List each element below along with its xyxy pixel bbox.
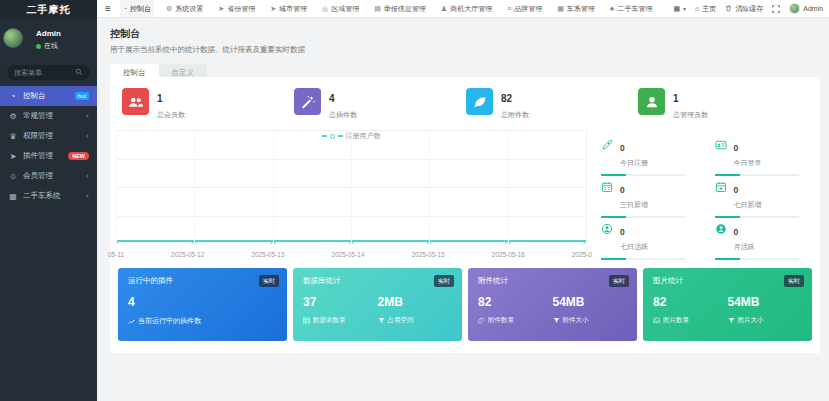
legend-marker-icon xyxy=(330,134,335,139)
stat-value: 1 xyxy=(673,91,679,104)
x-axis-tick: 05-11 xyxy=(108,251,124,258)
sidebar-user-panel: Admin 在线 xyxy=(0,19,97,61)
th-large-icon: ▦ xyxy=(557,5,564,13)
realtime-badge: 实时 xyxy=(259,275,279,287)
dashboard-panel: 1总会员数 4总插件数 82总附件数 xyxy=(110,77,820,353)
stat-label: 总会员数 xyxy=(157,110,185,120)
mini-stat-monthly-active: 0月活跃 xyxy=(701,216,815,258)
gears-icon: ⚙ xyxy=(166,5,172,13)
magic-wand-icon xyxy=(294,88,321,115)
table-icon xyxy=(303,317,310,324)
user-status: 在线 xyxy=(36,41,91,51)
x-axis-tick: 2025-05-16 xyxy=(492,251,525,258)
new-badge: NEW xyxy=(68,152,89,160)
card-running-plugins[interactable]: 运行中的插件 实时 4 当前运行中的插件数 xyxy=(118,268,287,341)
hot-badge: hot xyxy=(75,92,89,100)
user-circle-filled-icon xyxy=(715,221,727,235)
location-arrow-icon: ➤ xyxy=(218,5,224,13)
sidebar-item-plugins[interactable]: ➤ 插件管理 NEW xyxy=(0,146,97,166)
summary-cards-row: 运行中的插件 实时 4 当前运行中的插件数 数据库统计 实时 37 数据表数量 … xyxy=(110,258,820,341)
group-icon: ♛ xyxy=(8,132,18,141)
paperclip-icon xyxy=(478,317,485,324)
page-title: 控制台 xyxy=(110,27,815,41)
calendar-icon xyxy=(601,179,613,193)
page-subtitle: 用于展示当前系统中的统计数据、统计报表及重要实时数据 xyxy=(110,45,815,55)
card-image-stats[interactable]: 图片统计 实时 82 图片数量 54MB 图片大小 xyxy=(643,268,812,341)
nav-business-hall[interactable]: ♟商机大厅管理 xyxy=(438,0,495,17)
apps-menu-button[interactable]: ▦▾ xyxy=(673,5,686,13)
app-logo[interactable]: 二手摩托 xyxy=(0,0,97,19)
user-menu[interactable]: Admin xyxy=(789,3,823,14)
stat-row: 1总会员数 4总插件数 82总附件数 xyxy=(110,77,820,124)
mini-stat-today-login: 0今日登录 xyxy=(701,132,815,174)
search-icon xyxy=(75,68,83,77)
nav-car-series[interactable]: ▦车系管理 xyxy=(554,0,598,17)
nav-region[interactable]: ◎区域管理 xyxy=(319,0,362,17)
id-card-icon xyxy=(715,137,727,151)
realtime-badge: 实时 xyxy=(784,275,804,287)
dashboard-icon: ◔ xyxy=(8,92,18,101)
chart-x-axis: 05-112025-05-122025-05-132025-05-142025-… xyxy=(108,251,592,258)
sidebar-search-input[interactable]: 搜索菜单 xyxy=(7,65,90,80)
gear-icon: ⚙ xyxy=(8,112,18,121)
avatar xyxy=(789,3,800,14)
trash-icon xyxy=(725,5,732,12)
card-attachment-stats[interactable]: 附件统计 实时 82 附件数量 54MB 附件大小 xyxy=(468,268,637,341)
calendar-plus-icon xyxy=(715,179,727,193)
dashboard-icon: ◔ xyxy=(123,5,127,12)
user-icon xyxy=(638,88,665,115)
stat-value: 4 xyxy=(329,91,335,104)
sidebar-item-usedcar-system[interactable]: ▦ 二手车系统 ‹ xyxy=(0,186,97,206)
sidebar-item-general[interactable]: ⚙ 常规管理 ‹ xyxy=(0,106,97,126)
sidebar-item-permissions[interactable]: ♛ 权限管理 ‹ xyxy=(0,126,97,146)
user-icon: ☺ xyxy=(8,172,18,181)
home-icon: ⌂ xyxy=(695,5,699,12)
leaf-icon xyxy=(466,88,493,115)
user-avatar[interactable] xyxy=(3,28,23,48)
nav-usedcar[interactable]: ♣二手车管理 xyxy=(607,0,656,17)
fullscreen-button[interactable] xyxy=(772,5,780,13)
menu-toggle-icon[interactable]: ≡ xyxy=(105,3,111,14)
chart-plot-area xyxy=(116,130,586,244)
stat-total-members: 1总会员数 xyxy=(122,88,294,120)
sidebar-item-dashboard[interactable]: ◔ 控制台 hot xyxy=(0,86,97,106)
nav-report-info[interactable]: ▤举报信息管理 xyxy=(371,0,429,17)
nav-system-settings[interactable]: ⚙系统设置 xyxy=(163,0,206,17)
home-button[interactable]: ⌂主页 xyxy=(695,4,716,14)
mini-stat-3day-new: 0三日新增 xyxy=(587,174,701,216)
nav-brand[interactable]: ≡品牌管理 xyxy=(504,0,545,17)
list-icon: ≡ xyxy=(507,5,511,12)
filter-icon xyxy=(378,317,385,324)
stat-value: 82 xyxy=(501,91,512,104)
nav-city[interactable]: ➤城市管理 xyxy=(267,0,310,17)
stat-total-admins: 1总管理员数 xyxy=(638,88,810,120)
card-database-stats[interactable]: 数据库统计 实时 37 数据表数量 2MB 占用空间 xyxy=(293,268,462,341)
chart-legend[interactable]: 注册用户数 xyxy=(116,131,586,141)
fullscreen-icon xyxy=(772,5,780,13)
user-name: Admin xyxy=(36,26,91,38)
online-dot-icon xyxy=(36,44,41,49)
th-icon: ▦ xyxy=(8,192,18,201)
main-content: 控制台 用于展示当前系统中的统计数据、统计报表及重要实时数据 控制台 自定义 1… xyxy=(97,18,829,401)
mini-stats-grid: 0今日注册 0今日登录 0三日新增 xyxy=(586,130,820,258)
x-axis-tick: 2025-05-15 xyxy=(411,251,444,258)
registered-users-chart[interactable]: 注册用户数 05-112025-05-122025-05-132025-05-1… xyxy=(116,130,586,258)
sidebar: 二手摩托 Admin 在线 搜索菜单 ◔ 控制台 hot ⚙ 常规管理 xyxy=(0,0,97,401)
clear-cache-button[interactable]: 清除缓存 xyxy=(725,4,763,14)
card-value: 4 xyxy=(128,295,277,309)
chevron-left-icon: ‹ xyxy=(86,172,89,181)
sitemap-icon: ♣ xyxy=(610,5,615,12)
users-icon xyxy=(122,88,149,115)
caret-down-icon: ▾ xyxy=(683,5,686,12)
realtime-badge: 实时 xyxy=(609,275,629,287)
user-circle-icon xyxy=(601,221,613,235)
location-arrow-icon: ➤ xyxy=(270,5,276,13)
nav-dashboard[interactable]: ◔控制台 xyxy=(120,0,154,17)
x-axis-tick: 2025-05-14 xyxy=(331,251,364,258)
sidebar-item-members[interactable]: ☺ 会员管理 ‹ xyxy=(0,166,97,186)
app-screen: 二手摩托 Admin 在线 搜索菜单 ◔ 控制台 hot ⚙ 常规管理 xyxy=(0,0,829,401)
nav-province[interactable]: ➤省份管理 xyxy=(215,0,258,17)
top-navbar: ≡ ◔控制台 ⚙系统设置 ➤省份管理 ➤城市管理 ◎区域管理 ▤举报信息管理 ♟… xyxy=(97,0,829,18)
chart-and-stats-row: 注册用户数 05-112025-05-122025-05-132025-05-1… xyxy=(110,130,820,258)
mini-stat-today-registered: 0今日注册 xyxy=(587,132,701,174)
